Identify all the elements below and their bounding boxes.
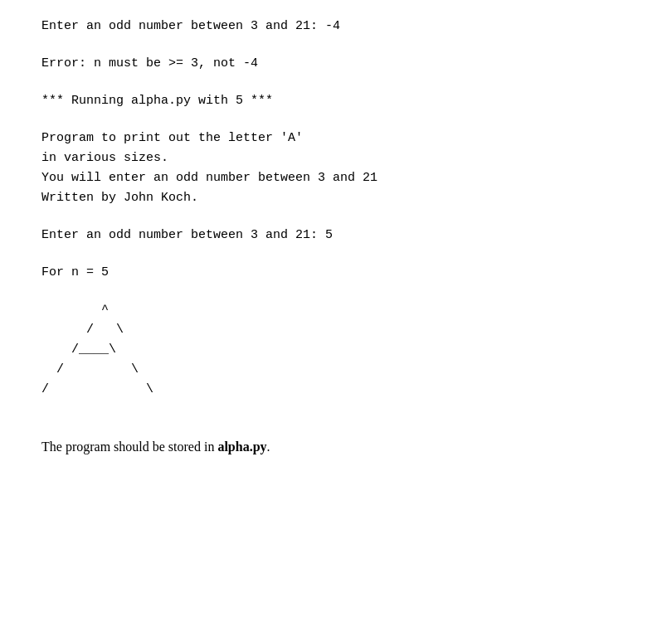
blank-3 — [41, 111, 631, 129]
blank-1 — [41, 36, 631, 54]
output-line-14: / \ — [41, 380, 631, 400]
output-line-7: Written by John Koch. — [41, 188, 631, 208]
output-line-2: Error: n must be >= 3, not -4 — [41, 54, 631, 74]
output-line-6: You will enter an odd number between 3 a… — [41, 168, 631, 188]
blank-2 — [41, 74, 631, 91]
output-line-4: Program to print out the letter 'A' — [41, 129, 631, 148]
blank-6 — [41, 283, 631, 300]
footer-prefix: The program should be stored in — [41, 440, 217, 454]
output-line-3: *** Running alpha.py with 5 *** — [41, 91, 631, 111]
output-line-10: ^ — [41, 300, 631, 320]
footer-suffix: . — [267, 440, 270, 454]
output-line-13: / \ — [41, 360, 631, 380]
footer-bold: alpha.py — [217, 440, 266, 454]
output-line-12: /____\ — [41, 340, 631, 360]
output-line-8: Enter an odd number between 3 and 21: 5 — [41, 226, 631, 245]
output-line-9: For n = 5 — [41, 263, 631, 283]
output-line-5: in various sizes. — [41, 148, 631, 168]
terminal-output: Enter an odd number between 3 and 21: -4… — [41, 17, 631, 417]
blank-4 — [41, 208, 631, 226]
blank-7 — [41, 400, 631, 417]
output-line-1: Enter an odd number between 3 and 21: -4 — [41, 17, 631, 36]
blank-5 — [41, 245, 631, 263]
output-line-11: / \ — [41, 320, 631, 340]
footer-text: The program should be stored in alpha.py… — [41, 437, 631, 457]
